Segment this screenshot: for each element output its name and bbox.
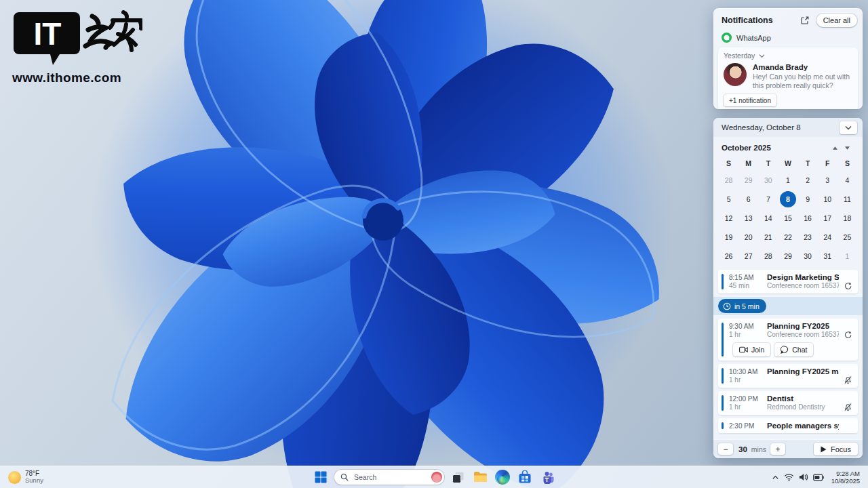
calendar-day[interactable]: 5 (719, 190, 738, 209)
notification-group[interactable]: Yesterday Amanda Brady Hey! Can you help… (718, 47, 858, 109)
notification-message: Hey! Can you help me out with this probl… (753, 73, 852, 90)
calendar-day[interactable]: 13 (738, 209, 758, 228)
more-notifications-button[interactable]: +1 notification (724, 94, 776, 106)
manage-notifications-button[interactable] (797, 14, 812, 26)
notifications-card: Notifications Clear all WhatsApp Yesterd… (713, 8, 863, 109)
calendar-day[interactable]: 10 (818, 190, 837, 209)
calendar-day[interactable]: 19 (719, 228, 738, 247)
battery-icon (813, 474, 824, 481)
calendar-day[interactable]: 30 (798, 247, 818, 266)
event-location: Redmond Dentistry (767, 403, 839, 411)
calendar-day[interactable]: 4 (837, 171, 857, 190)
next-month-button[interactable] (841, 142, 853, 153)
calendar-day[interactable]: 22 (778, 228, 797, 247)
calendar-day[interactable]: 21 (758, 228, 778, 247)
calendar-date-header: Wednesday, October 8 (722, 123, 840, 131)
file-explorer-button[interactable] (471, 468, 489, 486)
event-title: Dentist (767, 394, 839, 403)
increase-minutes-button[interactable]: + (770, 443, 785, 455)
calendar-day[interactable]: 7 (758, 190, 778, 209)
weekday-label: M (738, 157, 758, 169)
calendar-day[interactable]: 28 (719, 171, 738, 190)
event-card[interactable]: 9:30 AMPlanning FY20251 hrConference roo… (718, 319, 858, 361)
weekday-label: W (778, 157, 797, 169)
teams-button[interactable] (538, 468, 556, 486)
battery-button[interactable] (813, 474, 824, 481)
clock-icon (723, 302, 731, 310)
search-box[interactable] (334, 470, 444, 485)
task-view-button[interactable] (449, 468, 467, 486)
event-card[interactable]: 8:15 AMDesign Marketing Sync45 minConfer… (718, 270, 858, 293)
calendar-day[interactable]: 29 (778, 247, 797, 266)
calendar-day[interactable]: 15 (778, 209, 797, 228)
event-accent-bar (722, 323, 724, 357)
teams-icon (540, 471, 554, 484)
calendar-day[interactable]: 1 (778, 171, 797, 190)
search-highlight-image[interactable] (431, 472, 442, 483)
tray-date: 10/8/2025 (831, 477, 860, 485)
calendar-day[interactable]: 23 (798, 228, 818, 247)
calendar-day[interactable]: 25 (837, 228, 857, 247)
focus-session-bar: − 30 mins + Focus (713, 439, 863, 458)
calendar-day[interactable]: 6 (738, 190, 758, 209)
calendar-day[interactable]: 9 (798, 190, 818, 209)
search-icon (340, 473, 349, 481)
clock-button[interactable]: 9:28 AM 10/8/2025 (829, 468, 863, 487)
event-card[interactable]: 12:00 PMDentist1 hrRedmond Dentistry (718, 391, 858, 415)
caret-down-icon (844, 146, 850, 150)
file-explorer-icon (473, 471, 488, 483)
calendar-day[interactable]: 11 (837, 190, 857, 209)
calendar-day[interactable]: 14 (758, 209, 778, 228)
calendar-day[interactable]: 2 (798, 171, 818, 190)
collapse-calendar-button[interactable] (840, 121, 857, 134)
countdown-pill: in 5 min (718, 299, 766, 313)
event-card[interactable]: 2:30 PMPeople managers sync (718, 418, 858, 433)
volume-button[interactable] (799, 473, 808, 481)
weekday-label: S (837, 157, 857, 169)
ithome-logo: IT (12, 9, 142, 68)
start-button[interactable] (312, 468, 330, 486)
focus-minutes-unit: mins (751, 445, 766, 453)
chevron-down-icon[interactable] (759, 54, 765, 58)
calendar-day[interactable]: 20 (738, 228, 758, 247)
chat-icon (781, 346, 789, 354)
calendar-day[interactable]: 30 (758, 171, 778, 190)
calendar-month-label: October 2025 (722, 144, 829, 152)
repeat-icon (844, 281, 852, 290)
network-button[interactable] (784, 473, 794, 481)
calendar-day-selected[interactable]: 8 (778, 190, 797, 209)
calendar-day[interactable]: 28 (758, 247, 778, 266)
widgets-weather-button[interactable]: 78°F Sunny (4, 466, 47, 488)
weekday-label: T (758, 157, 778, 169)
previous-month-button[interactable] (829, 142, 841, 153)
edge-button[interactable] (494, 468, 511, 486)
calendar-day[interactable]: 24 (818, 228, 837, 247)
calendar-day[interactable]: 12 (719, 209, 738, 228)
event-card[interactable]: 10:30 AMPlanning FY2025 marketing1 hr (718, 364, 858, 388)
start-focus-button[interactable]: Focus (814, 443, 858, 455)
calendar-day[interactable]: 29 (738, 171, 758, 190)
search-input[interactable] (353, 472, 427, 482)
decrease-minutes-button[interactable]: − (718, 443, 733, 455)
calendar-day[interactable]: 17 (818, 209, 837, 228)
microsoft-store-button[interactable] (516, 468, 534, 486)
calendar-day[interactable]: 16 (798, 209, 818, 228)
camera-icon (739, 346, 748, 353)
calendar-day[interactable]: 26 (719, 247, 738, 266)
join-button[interactable]: Join (733, 343, 770, 357)
event-time: 12:00 PM (729, 395, 764, 403)
caret-up-icon (832, 146, 838, 150)
calendar-day[interactable]: 1 (837, 247, 857, 266)
calendar-day[interactable]: 27 (738, 247, 758, 266)
calendar-day[interactable]: 18 (837, 209, 857, 228)
manage-notifications-icon (801, 16, 809, 24)
chat-button[interactable]: Chat (774, 343, 813, 357)
calendar-day[interactable]: 3 (818, 171, 837, 190)
calendar-day[interactable]: 31 (818, 247, 837, 266)
event-list: 8:15 AMDesign Marketing Sync45 minConfer… (713, 268, 863, 439)
weekday-label: F (818, 157, 837, 169)
hidden-icons-button[interactable] (772, 474, 779, 480)
bell-off-icon (844, 403, 852, 411)
event-duration: 1 hr (729, 331, 764, 338)
clear-all-button[interactable]: Clear all (816, 14, 857, 27)
